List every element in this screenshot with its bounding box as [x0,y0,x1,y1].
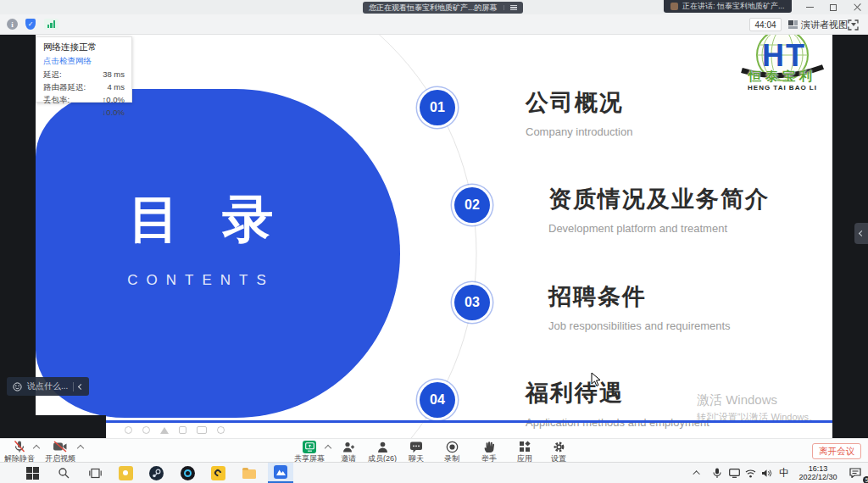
meeting-info-icon[interactable]: i [7,19,18,30]
meeting-topbar: i ✓ 44:04 演讲者视图 [0,14,868,35]
security-shield-icon[interactable]: ✓ [25,19,36,30]
microphone-muted-icon [13,440,26,453]
toc-blue-shape: 目 录 CONTENTS [36,89,400,418]
layout-view-icon [788,20,798,29]
logo-chinese-name: 恒泰宝利 [723,69,832,85]
meeting-timer: 44:04 [749,18,782,31]
network-signal-icon[interactable] [44,19,58,30]
meeting-window: 您正在观看恒泰宝利地质矿产...的屏幕 正在讲话: 恒泰宝利地质矿产... i … [0,0,868,483]
restore-button[interactable] [827,2,839,14]
watching-screen-text: 您正在观看恒泰宝利地质矿产...的屏幕 [369,3,498,14]
presentation-slide: 目 录 CONTENTS 01 02 03 04 公司概况 Company in… [36,35,832,438]
taskbar-search-button[interactable] [52,463,75,483]
tray-clock[interactable]: 16:13 2022/12/30 [793,463,843,483]
check-network-link[interactable]: 点击检查网络 [43,56,125,67]
tray-time: 16:13 [798,464,837,474]
apps-grid-icon [519,440,531,453]
system-tray: 中 16:13 2022/12/30 5 [687,463,868,483]
toc-number-1: 01 [420,90,455,125]
quick-chat-pill[interactable]: 说点什么... [7,377,89,396]
leave-meeting-button[interactable]: 离开会议 [812,443,861,459]
start-video-button[interactable]: 开启视频 [41,440,80,464]
record-icon [446,440,459,453]
ime-indicator[interactable]: 中 [775,463,793,483]
windows-taskbar: 中 16:13 2022/12/30 5 [0,462,868,483]
start-button[interactable] [20,463,44,483]
meeting-toolbar: 解除静音 开启视频 共享屏幕 邀请 成员(26) [0,438,868,462]
chevron-up-icon [693,470,699,477]
notification-badge: 5 [863,476,868,483]
tray-date: 2022/12/30 [798,473,837,482]
toc-number-2: 02 [454,187,490,223]
meeting-app-icon [274,465,287,479]
record-button[interactable]: 录制 [432,440,471,464]
router-latency-value: 4 ms [107,82,125,93]
minimize-button[interactable] [804,2,815,14]
unmute-button[interactable]: 解除静音 [0,440,39,464]
invite-person-icon [342,440,355,453]
toast-menu-icon[interactable] [504,5,517,11]
tray-expand-button[interactable] [687,463,709,483]
search-icon [58,467,70,479]
latency-label: 延迟: [43,69,62,80]
yellow-app-icon [211,466,225,480]
window-controls [804,0,863,14]
letterbox-patch [0,415,106,438]
toc-item-subtitle: Company introduction [526,125,632,138]
tray-volume-icon[interactable] [759,463,775,483]
divider [73,382,74,391]
packet-loss-label: 丢包率: [43,95,70,106]
speaker-avatar [670,3,678,10]
toc-item-title: 资质情况及业务简介 [548,184,770,214]
chat-button[interactable]: 聊天 [397,440,436,464]
toc-item-subtitle: Job responsibilities and requirements [548,319,731,332]
notification-icon [849,468,861,478]
chat-bubble-icon [409,440,423,453]
toc-number-3: 03 [454,285,490,320]
tray-mic-icon[interactable] [709,463,726,483]
notification-center-button[interactable]: 5 [843,463,868,483]
router-latency-label: 路由器延迟: [43,82,86,93]
network-status-text: 网络连接正常 [43,42,125,53]
chat-input-placeholder[interactable]: 说点什么... [27,380,68,392]
share-screen-button[interactable]: 共享屏幕 [290,440,329,464]
company-logo: H T 恒泰宝利 HENG TAI BAO LI [723,35,832,101]
toc-item-2: 资质情况及业务简介 Development platform and treat… [548,184,770,235]
window-titlebar: 您正在观看恒泰宝利地质矿产...的屏幕 正在讲话: 恒泰宝利地质矿产... [0,0,868,14]
slideshow-controls[interactable] [125,426,225,434]
smiley-icon [13,382,22,391]
taskbar-app-yellow[interactable] [206,463,230,483]
taskbar-app-disc[interactable] [175,463,199,483]
side-panel-tab[interactable] [854,223,868,244]
close-button[interactable] [851,2,863,14]
task-view-icon [89,468,102,479]
task-view-button[interactable] [83,463,107,483]
fullscreen-button[interactable] [848,19,859,34]
raise-hand-icon [483,440,495,453]
file-explorer-button[interactable] [237,463,261,483]
speaking-toast: 正在讲话: 恒泰宝利地质矿产... [664,0,792,13]
speaking-text: 正在讲话: 恒泰宝利地质矿产... [682,1,785,12]
logo-english-name: HENG TAI BAO LI [723,84,832,92]
puzzle-app-icon [119,466,133,480]
latency-value: 38 ms [103,69,125,80]
collapse-chat-icon[interactable] [78,383,84,389]
camera-off-icon [53,440,68,453]
taskbar-app-steam[interactable] [144,463,168,483]
share-screen-icon [303,440,316,453]
raise-hand-button[interactable]: 举手 [470,440,509,464]
taskbar-app-meeting-active[interactable] [268,463,293,483]
shared-screen-stage: 目 录 CONTENTS 01 02 03 04 公司概况 Company in… [0,35,868,438]
taskbar-app-puzzle[interactable] [114,463,137,483]
packet-loss-up: ↑0.0% [103,95,125,106]
tray-display-icon[interactable] [726,463,743,483]
watching-screen-toast[interactable]: 您正在观看恒泰宝利地质矿产...的屏幕 [363,2,523,14]
packet-loss-down: ↓0.0% [103,108,125,117]
network-status-popup: 网络连接正常 点击检查网络 延迟:38 ms 路由器延迟:4 ms 丢包率:↑0… [36,36,132,103]
speaker-view-button[interactable]: 演讲者视图 [788,18,856,31]
toc-subtitle: CONTENTS [65,272,337,289]
toc-item-title: 公司概况 [526,87,632,118]
settings-button[interactable]: 设置 [539,440,578,464]
toc-item-1: 公司概况 Company introduction [526,87,632,138]
tray-wifi-icon[interactable] [743,463,759,483]
